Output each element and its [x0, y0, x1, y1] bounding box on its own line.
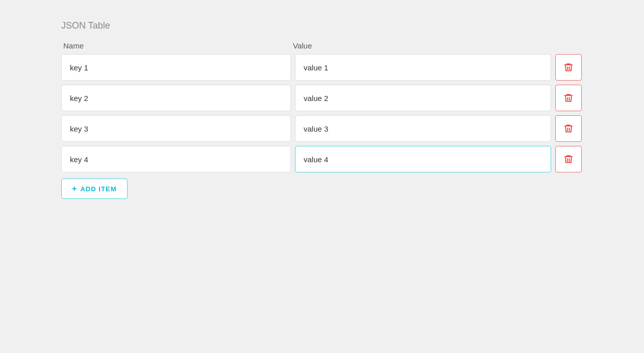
name-input-4[interactable] — [61, 146, 291, 172]
name-input-2[interactable] — [61, 85, 291, 111]
delete-button-3[interactable]: svg path { stroke: #e53935; stroke-width… — [555, 115, 582, 142]
table-rows: svg path { stroke: #e53935; stroke-width… — [61, 54, 582, 172]
trash-icon: svg path { stroke: #e53935; stroke-width… — [563, 123, 574, 134]
main-container: JSON Table Name Value svg path { stroke:… — [61, 20, 582, 199]
trash-icon: svg path { stroke: #e53935; stroke-width… — [563, 93, 574, 103]
name-input-1[interactable] — [61, 54, 291, 81]
value-input-3[interactable] — [295, 115, 551, 142]
add-item-label: ADD ITEM — [80, 185, 116, 193]
trash-icon: svg path { stroke: #e53935; stroke-width… — [563, 62, 574, 72]
table-row: svg path { stroke: #e53935; stroke-width… — [61, 54, 582, 81]
table-header: Name Value — [61, 41, 582, 50]
name-input-3[interactable] — [61, 115, 291, 142]
add-item-button[interactable]: + ADD ITEM — [61, 179, 128, 199]
table-row: svg path { stroke: #e53935; stroke-width… — [61, 115, 582, 142]
page-title: JSON Table — [61, 20, 582, 31]
value-input-2[interactable] — [295, 85, 551, 111]
trash-icon: svg path { stroke: #e53935; stroke-width… — [563, 154, 574, 164]
plus-icon: + — [72, 184, 77, 193]
value-input-4[interactable] — [295, 146, 551, 172]
table-row: svg path { stroke: #e53935; stroke-width… — [61, 146, 582, 172]
value-column-header: Value — [293, 41, 580, 50]
table-row: svg path { stroke: #e53935; stroke-width… — [61, 85, 582, 111]
delete-button-2[interactable]: svg path { stroke: #e53935; stroke-width… — [555, 85, 582, 111]
delete-button-4[interactable]: svg path { stroke: #e53935; stroke-width… — [555, 146, 582, 172]
delete-button-1[interactable]: svg path { stroke: #e53935; stroke-width… — [555, 54, 582, 81]
value-input-1[interactable] — [295, 54, 551, 81]
name-column-header: Name — [63, 41, 293, 50]
